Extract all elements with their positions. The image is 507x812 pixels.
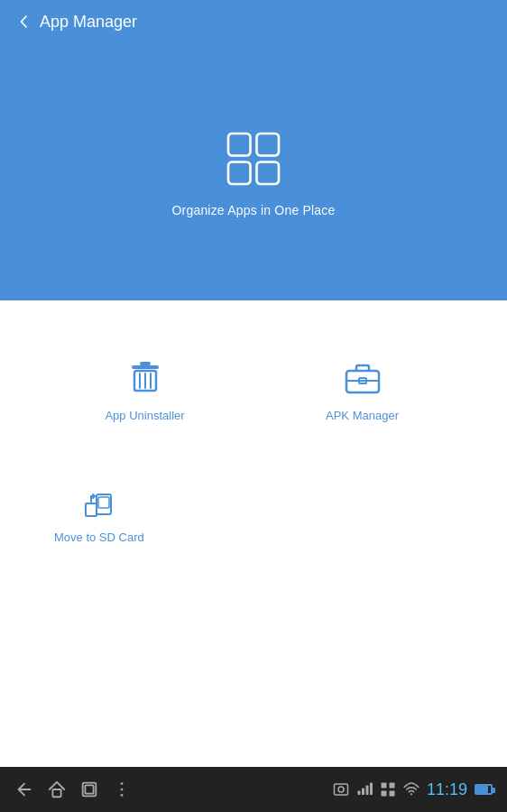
svg-rect-16 bbox=[52, 789, 60, 797]
move-to-sd-card-item[interactable]: Move to SD Card bbox=[36, 449, 162, 571]
app-header: App Manager bbox=[0, 0, 507, 43]
nav-recent-icon[interactable] bbox=[79, 780, 99, 799]
svg-rect-27 bbox=[370, 783, 373, 796]
svg-rect-30 bbox=[381, 791, 386, 797]
svg-rect-2 bbox=[228, 161, 251, 184]
content-area: App Uninstaller APK Manager bbox=[0, 300, 507, 767]
svg-rect-0 bbox=[228, 134, 251, 156]
svg-rect-25 bbox=[362, 789, 364, 796]
svg-rect-1 bbox=[257, 134, 280, 156]
svg-rect-24 bbox=[357, 791, 360, 796]
svg-point-23 bbox=[338, 787, 344, 792]
svg-rect-5 bbox=[140, 362, 151, 365]
hero-section: Organize Apps in One Place bbox=[0, 43, 507, 300]
svg-rect-31 bbox=[389, 791, 394, 797]
items-bottom: Move to SD Card bbox=[0, 449, 507, 571]
svg-rect-14 bbox=[98, 497, 109, 508]
sd-card-icon bbox=[77, 476, 122, 521]
move-to-sd-card-label: Move to SD Card bbox=[54, 531, 144, 544]
status-nav bbox=[14, 780, 132, 799]
battery-icon bbox=[475, 784, 493, 795]
back-button[interactable]: App Manager bbox=[14, 13, 137, 32]
briefcase-icon bbox=[340, 355, 385, 400]
svg-rect-15 bbox=[86, 503, 97, 516]
apps-icon bbox=[380, 781, 396, 798]
svg-rect-3 bbox=[257, 161, 280, 184]
svg-rect-18 bbox=[85, 785, 93, 793]
apk-manager-label: APK Manager bbox=[326, 409, 399, 422]
header-title: App Manager bbox=[40, 13, 137, 32]
svg-rect-28 bbox=[381, 783, 386, 789]
apk-manager-item[interactable]: APK Manager bbox=[254, 328, 471, 449]
screenshot-icon bbox=[333, 781, 349, 798]
svg-point-19 bbox=[121, 782, 124, 785]
items-grid: App Uninstaller APK Manager bbox=[0, 300, 507, 449]
svg-rect-4 bbox=[132, 365, 159, 369]
svg-point-21 bbox=[121, 794, 124, 797]
svg-rect-26 bbox=[365, 786, 368, 796]
svg-rect-29 bbox=[389, 783, 394, 789]
back-icon bbox=[14, 13, 32, 31]
hero-tagline: Organize Apps in One Place bbox=[171, 203, 335, 217]
trash-icon bbox=[123, 355, 168, 400]
app-uninstaller-item[interactable]: App Uninstaller bbox=[36, 328, 254, 449]
wifi-icon bbox=[403, 781, 419, 798]
svg-point-32 bbox=[410, 793, 412, 795]
apps-grid-icon bbox=[222, 127, 285, 190]
svg-rect-22 bbox=[334, 784, 347, 795]
status-time: 11:19 bbox=[427, 780, 467, 799]
app-uninstaller-label: App Uninstaller bbox=[105, 409, 184, 422]
nav-home-icon[interactable] bbox=[47, 780, 67, 799]
nav-back-icon[interactable] bbox=[14, 780, 34, 799]
nav-more-icon[interactable] bbox=[112, 780, 132, 799]
signal-icon bbox=[356, 781, 373, 798]
status-bar: 11:19 bbox=[0, 767, 507, 812]
status-indicators: 11:19 bbox=[333, 780, 493, 799]
svg-point-20 bbox=[121, 789, 124, 791]
